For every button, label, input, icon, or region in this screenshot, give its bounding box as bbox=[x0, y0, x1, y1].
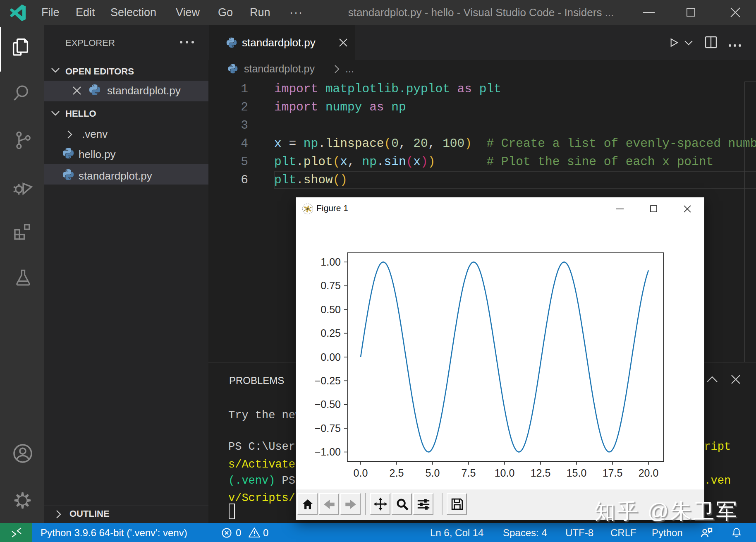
svg-text:−0.75: −0.75 bbox=[315, 422, 341, 434]
svg-text:0.75: 0.75 bbox=[321, 280, 341, 291]
svg-text:−0.25: −0.25 bbox=[315, 375, 341, 386]
svg-text:5.0: 5.0 bbox=[426, 467, 440, 479]
svg-text:0.00: 0.00 bbox=[321, 351, 341, 363]
svg-text:15.0: 15.0 bbox=[567, 467, 587, 479]
svg-text:2.5: 2.5 bbox=[390, 467, 404, 479]
svg-text:1.00: 1.00 bbox=[321, 256, 341, 268]
svg-text:12.5: 12.5 bbox=[531, 467, 551, 479]
svg-text:0.50: 0.50 bbox=[321, 304, 341, 315]
svg-text:−1.00: −1.00 bbox=[315, 446, 341, 458]
svg-text:20.0: 20.0 bbox=[639, 467, 659, 479]
svg-text:17.5: 17.5 bbox=[603, 467, 623, 479]
svg-text:0.25: 0.25 bbox=[321, 327, 341, 339]
svg-text:0.0: 0.0 bbox=[354, 467, 368, 479]
svg-text:−0.50: −0.50 bbox=[315, 398, 341, 410]
svg-text:7.5: 7.5 bbox=[462, 467, 476, 479]
svg-text:10.0: 10.0 bbox=[495, 467, 515, 479]
